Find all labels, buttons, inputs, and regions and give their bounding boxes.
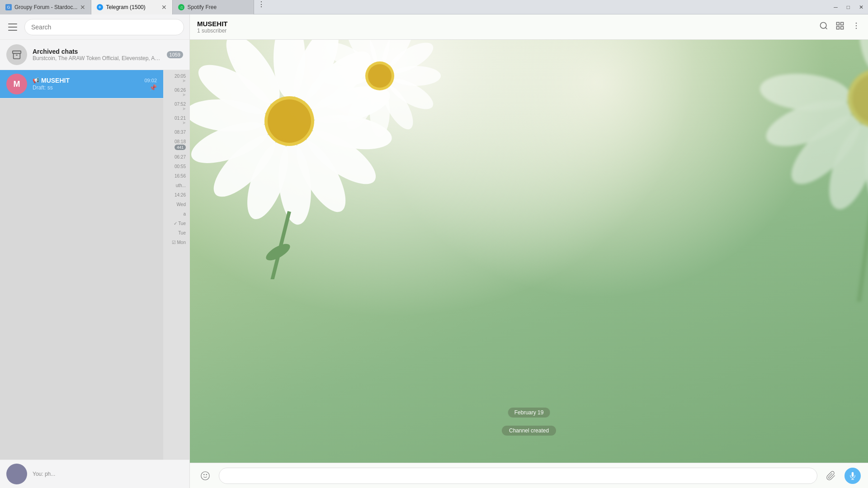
side-timestamps: 20:05 ➤ 06:26 ➤ 07:52 ➤ 01:21 ➤ 08:37: [163, 70, 189, 460]
musehit-chat-item[interactable]: M 📢 MUSEHIT 09:02 Draft: ss 📌: [0, 70, 163, 99]
avatar-letter: M: [14, 80, 20, 89]
pin-icon: 📌: [149, 84, 157, 91]
ts-row-4: 08:37: [165, 129, 188, 136]
emoji-button[interactable]: [197, 468, 213, 484]
musehit-name: 📢 MUSEHIT: [33, 77, 70, 84]
svg-rect-1: [837, 23, 840, 25]
musehit-chat-info: 📢 MUSEHIT 09:02 Draft: ss 📌: [33, 77, 157, 91]
ts-row-5: 08:18 441: [165, 138, 188, 151]
ts-time-15: ☑ Mon: [172, 240, 186, 245]
svg-rect-3: [837, 27, 840, 29]
chat-header-title: MUSEHIT: [197, 20, 814, 28]
search-input[interactable]: [24, 19, 184, 35]
chat-header-subtitle: 1 subscriber: [197, 28, 814, 34]
ts-time-10: 14:26: [175, 192, 186, 197]
tab-title-telegram: Telegram (1500): [106, 4, 159, 10]
archived-subtitle: Burstcoin, The ARAW Token Official, Elev…: [33, 55, 161, 61]
archived-badge: 1059: [167, 51, 183, 58]
tab-telegram[interactable]: ✈ Telegram (1500) ✕: [91, 0, 173, 14]
tab-bar: G Groupy Forum - Stardoc... ✕ ✈ Telegram…: [0, 0, 829, 14]
ts-time-5: 08:18: [175, 139, 186, 144]
tab-favicon-groupy: G: [5, 4, 12, 10]
ts-time-9: uth...: [176, 183, 186, 188]
header-actions: [819, 21, 861, 33]
hamburger-line-2: [8, 27, 17, 28]
tab-close-telegram[interactable]: ✕: [161, 4, 167, 11]
ts-icon-2: ➤: [182, 107, 186, 111]
svg-point-38: [368, 64, 392, 88]
flower-right-svg: [606, 40, 868, 302]
tab-groupy[interactable]: G Groupy Forum - Stardoc... ✕: [0, 0, 91, 14]
svg-point-23: [268, 99, 311, 143]
maximize-button[interactable]: □: [842, 0, 854, 14]
sidebar-header: [0, 14, 189, 40]
ts-time-7: 00:55: [175, 164, 186, 169]
ts-time-8: 16:56: [175, 174, 186, 178]
close-button[interactable]: ✕: [854, 0, 868, 14]
mic-button[interactable]: [844, 468, 861, 484]
search-icon[interactable]: [819, 21, 828, 33]
svg-point-0: [821, 23, 826, 28]
ts-time-12: a: [183, 211, 186, 216]
ts-time-4: 08:37: [175, 130, 186, 135]
ts-row-3: 01:21 ➤: [165, 115, 188, 126]
svg-point-5: [856, 23, 857, 24]
layout-icon[interactable]: [835, 21, 844, 33]
hamburger-line-3: [8, 30, 17, 31]
musehit-time: 09:02: [144, 78, 157, 83]
musehit-preview: Draft: ss 📌: [33, 84, 157, 91]
sidebar-bottom-preview: You: ph...: [0, 460, 189, 488]
message-input[interactable]: [219, 468, 817, 484]
ts-row-14: Tue: [165, 230, 188, 236]
ts-badge-5: 441: [175, 145, 186, 150]
ts-row-8: 16:56: [165, 173, 188, 179]
chat-panel: MUSEHIT 1 subscriber: [190, 14, 868, 488]
more-icon[interactable]: [852, 21, 861, 33]
ts-row-15: ☑ Mon: [165, 239, 188, 246]
ts-row-7: 00:55: [165, 163, 188, 170]
ts-row-1: 06:26 ➤: [165, 87, 188, 98]
flower-left-svg: [190, 40, 524, 279]
ts-time-14: Tue: [178, 230, 186, 235]
musehit-avatar: M: [6, 74, 27, 94]
ts-icon-0: ➤: [182, 79, 186, 83]
channel-icon: 📢: [33, 77, 39, 84]
tab-title-groupy: Groupy Forum - Stardoc...: [14, 4, 77, 10]
ts-row-9: uth...: [165, 182, 188, 189]
chat-header-info: MUSEHIT 1 subscriber: [197, 20, 814, 34]
archived-chats-row[interactable]: Archived chats Burstcoin, The ARAW Token…: [0, 40, 189, 70]
archived-title: Archived chats: [33, 48, 161, 55]
attach-button[interactable]: [823, 468, 839, 484]
chat-header: MUSEHIT 1 subscriber: [190, 14, 868, 40]
svg-rect-4: [841, 27, 844, 29]
chat-name-row: 📢 MUSEHIT 09:02: [33, 77, 157, 84]
hamburger-line-1: [8, 23, 17, 24]
tab-title-spotify: Spotify Free: [187, 4, 248, 10]
tab-spotify[interactable]: ♫ Spotify Free: [173, 0, 254, 14]
window-controls: ─ □ ✕: [829, 0, 868, 14]
tab-menu-button[interactable]: ⋮: [254, 0, 269, 14]
ts-row-13: ✓ Tue: [165, 220, 188, 227]
ts-icon-1: ➤: [182, 93, 186, 97]
hamburger-button[interactable]: [5, 20, 20, 34]
ts-time-6: 06:27: [175, 155, 186, 160]
bottom-avatar: [6, 464, 27, 484]
ts-row-12: a: [165, 211, 188, 217]
ts-row-11: Wed: [165, 201, 188, 208]
bottom-preview-text: You: ph...: [33, 471, 55, 477]
ts-icon-3: ➤: [182, 121, 186, 125]
ts-row-10: 14:26: [165, 192, 188, 198]
tab-favicon-telegram: ✈: [97, 4, 103, 10]
ts-row-6: 06:27: [165, 154, 188, 160]
compose-bar: [190, 463, 868, 488]
ts-time-13: ✓ Tue: [174, 221, 186, 226]
tab-close-groupy[interactable]: ✕: [80, 4, 85, 11]
ts-row-0: 20:05 ➤: [165, 73, 188, 84]
svg-point-6: [856, 25, 857, 27]
minimize-button[interactable]: ─: [829, 0, 842, 14]
svg-point-7: [856, 28, 857, 29]
date-pill: February 19: [508, 408, 550, 418]
sidebar: Archived chats Burstcoin, The ARAW Token…: [0, 14, 190, 488]
tab-favicon-spotify: ♫: [178, 4, 184, 10]
ts-time-11: Wed: [177, 202, 186, 207]
